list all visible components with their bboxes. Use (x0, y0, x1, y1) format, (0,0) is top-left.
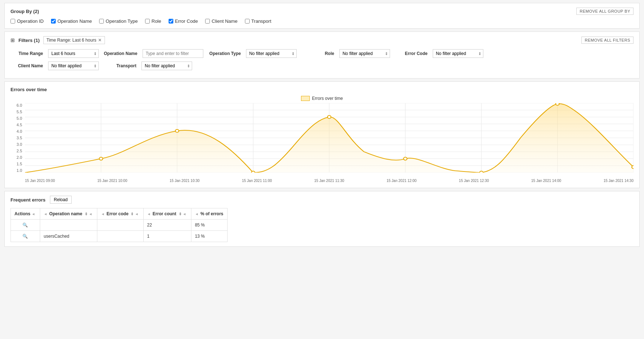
row1-action-cell[interactable]: 🔍 (11, 220, 40, 231)
reload-button[interactable]: Reload (50, 196, 72, 204)
frequent-errors-header: Frequent errors Reload (10, 196, 634, 204)
sort-icon-op-name[interactable]: ⇕ (85, 212, 88, 216)
checkbox-transport-input[interactable] (245, 19, 250, 24)
transport-label: Transport (104, 63, 136, 68)
frequent-errors-section: Frequent errors Reload Actions ◄ ◄ Opera… (4, 191, 640, 247)
chart-legend: Errors over time (10, 96, 634, 101)
svg-point-19 (99, 157, 103, 160)
col-arrow-pct: ◄ (195, 212, 199, 216)
client-name-label: Client Name (10, 63, 43, 68)
col-arrow-error-count: ◄ (147, 212, 151, 216)
frequent-errors-title: Frequent errors (10, 197, 46, 203)
row1-pct-cell: 85 % (191, 220, 227, 231)
filters-tag-label: Time Range: Last 6 hours (47, 38, 97, 43)
col-arrow-actions: ◄ (31, 212, 35, 216)
sort-icon-error-code[interactable]: ⇕ (131, 212, 134, 216)
checkbox-operation-name-input[interactable] (51, 19, 56, 24)
error-code-select[interactable]: No filter applied (433, 49, 483, 58)
client-name-wrapper: No filter applied (48, 62, 99, 70)
filters-active-tag[interactable]: Time Range: Last 6 hours ✕ (43, 36, 105, 44)
time-range-wrapper: Last 6 hours (48, 49, 99, 58)
table-header-row: Actions ◄ ◄ Operation name ⇕ ◄ ◄ Error c… (11, 208, 228, 220)
col-arrow-op-name-right: ◄ (89, 212, 92, 216)
checkbox-operation-id-label: Operation ID (17, 18, 44, 24)
role-select[interactable]: No filter applied (339, 49, 390, 58)
checkbox-operation-id-input[interactable] (10, 19, 15, 24)
checkbox-operation-name[interactable]: Operation Name (51, 18, 92, 24)
legend-label: Errors over time (312, 96, 343, 101)
sort-icon-error-count[interactable]: ⇕ (179, 212, 182, 216)
legend-box (301, 96, 310, 101)
error-code-label: Error Code (395, 51, 428, 56)
svg-point-23 (403, 157, 407, 160)
time-range-select[interactable]: Last 6 hours (48, 49, 99, 58)
checkbox-operation-name-label: Operation Name (58, 18, 92, 24)
row2-pct-cell: 13 % (191, 231, 227, 242)
operation-type-wrapper: No filter applied (246, 49, 297, 58)
checkbox-client-name-label: Client Name (212, 18, 238, 24)
row2-error-count-cell: 1 (143, 231, 191, 242)
transport-wrapper: No filter applied (141, 62, 192, 70)
y-axis: 6.0 5.5 5.0 4.5 4.0 3.5 3.0 2.5 2.0 1.5 … (10, 103, 24, 173)
th-error-count-label: Error count (153, 211, 176, 216)
svg-point-26 (632, 166, 634, 169)
checkbox-transport[interactable]: Transport (245, 18, 271, 24)
th-pct-label: % of errors (200, 211, 223, 216)
chart-title: Errors over time (10, 87, 634, 92)
checkbox-error-code[interactable]: Error Code (169, 18, 198, 24)
operation-name-input[interactable] (143, 49, 203, 58)
table-row: 🔍 22 85 % (11, 220, 228, 231)
checkbox-error-code-input[interactable] (169, 19, 173, 24)
row1-op-name-cell (40, 220, 97, 231)
row1-error-code-cell (97, 220, 143, 231)
checkbox-operation-id[interactable]: Operation ID (10, 18, 44, 24)
row1-error-count-cell: 22 (143, 220, 191, 231)
filter-icon: ⊞ (10, 37, 15, 43)
row2-error-code-cell (97, 231, 143, 242)
remove-all-group-by-button[interactable]: REMOVE ALL GROUP BY (576, 8, 634, 15)
checkbox-transport-label: Transport (251, 18, 271, 24)
time-range-label: Time Range (10, 51, 43, 56)
group-by-section: Group By (2) REMOVE ALL GROUP BY Operati… (4, 3, 640, 29)
col-arrow-error-count-right: ◄ (183, 212, 186, 216)
table-row: 🔍 usersCached 1 13 % (11, 231, 228, 242)
filters-section: ⊞ Filters (1) Time Range: Last 6 hours ✕… (4, 31, 640, 79)
row2-action-cell[interactable]: 🔍 (11, 231, 40, 242)
group-by-options: Operation ID Operation Name Operation Ty… (10, 18, 634, 24)
operation-name-label: Operation Name (104, 51, 137, 56)
svg-point-25 (556, 103, 559, 105)
transport-select[interactable]: No filter applied (141, 62, 192, 70)
checkbox-operation-type[interactable]: Operation Type (99, 18, 138, 24)
error-code-wrapper: No filter applied (433, 49, 483, 58)
svg-point-24 (480, 171, 483, 173)
group-by-title: Group By (2) (10, 9, 39, 14)
checkbox-role[interactable]: Role (145, 18, 161, 24)
operation-type-label: Operation Type (208, 51, 241, 56)
th-pct-errors: ◄ % of errors (191, 208, 227, 220)
group-by-header: Group By (2) REMOVE ALL GROUP BY (10, 8, 634, 15)
filter-row-1: Time Range Last 6 hours Operation Name O… (10, 49, 634, 58)
checkbox-client-name[interactable]: Client Name (205, 18, 238, 24)
svg-point-21 (251, 171, 255, 173)
operation-type-select[interactable]: No filter applied (246, 49, 297, 58)
checkbox-role-input[interactable] (145, 19, 150, 24)
filters-tag-close[interactable]: ✕ (98, 38, 102, 43)
frequent-errors-tbody: 🔍 22 85 % 🔍 usersCached 1 13 % (11, 220, 228, 242)
checkbox-operation-type-label: Operation Type (106, 18, 138, 24)
remove-all-filters-button[interactable]: REMOVE ALL FILTERS (581, 37, 634, 44)
svg-point-22 (327, 115, 331, 118)
th-operation-name: ◄ Operation name ⇕ ◄ (40, 208, 97, 220)
th-error-code: ◄ Error code ⇕ ◄ (97, 208, 143, 220)
x-axis: 15 Jan 2021 09:00 15 Jan 2021 10:00 15 J… (25, 174, 634, 183)
filters-header: ⊞ Filters (1) Time Range: Last 6 hours ✕… (10, 36, 634, 44)
col-arrow-op-name: ◄ (44, 212, 47, 216)
checkbox-error-code-label: Error Code (175, 18, 198, 24)
svg-point-20 (175, 130, 179, 132)
filters-title: Filters (1) (18, 38, 40, 43)
checkbox-role-label: Role (152, 18, 161, 24)
client-name-select[interactable]: No filter applied (48, 62, 99, 70)
checkbox-operation-type-input[interactable] (99, 19, 104, 24)
checkbox-client-name-input[interactable] (205, 19, 210, 24)
frequent-errors-table: Actions ◄ ◄ Operation name ⇕ ◄ ◄ Error c… (10, 208, 228, 242)
role-label: Role (302, 51, 334, 56)
